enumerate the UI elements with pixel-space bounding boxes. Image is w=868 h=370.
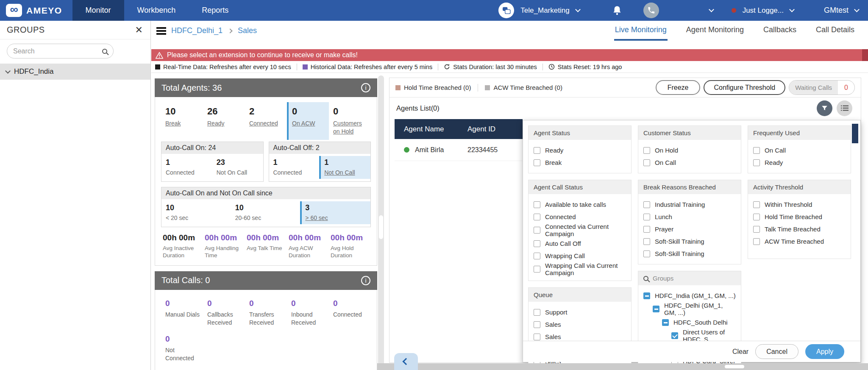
chevron-down-icon[interactable] — [789, 7, 795, 12]
filter-checkbox-item[interactable]: Break — [534, 156, 626, 169]
filter-checkbox-item[interactable]: Talk Time Breached — [753, 223, 846, 235]
filter-checkbox-item[interactable]: Ready — [753, 156, 846, 169]
filter-checkbox-item[interactable]: ACW Time Breached — [753, 235, 846, 248]
chevron-down-icon[interactable] — [575, 7, 581, 12]
search-input[interactable] — [13, 47, 102, 55]
filter-checkbox-item[interactable]: Industrial Training — [643, 198, 736, 211]
checkbox-icon[interactable] — [534, 334, 540, 340]
checkbox-icon[interactable] — [753, 159, 760, 166]
monitoring-tab[interactable]: Callbacks — [762, 21, 797, 41]
breadcrumb-campaign[interactable]: HDFC_Delhi_1 — [171, 26, 223, 35]
user-menu[interactable]: GMtest — [824, 6, 849, 15]
checkbox-icon[interactable] — [643, 147, 650, 154]
since-stat[interactable]: 10 < 20 sec — [161, 201, 231, 224]
waiting-calls-button[interactable]: Waiting Calls 0 — [789, 80, 855, 95]
checkbox-icon[interactable] — [662, 319, 669, 326]
filter-checkbox-item[interactable]: On Call — [753, 144, 846, 156]
group-tree-item[interactable]: HDFC_South Delhi — [662, 316, 736, 328]
phone-avatar-icon[interactable] — [643, 3, 659, 18]
checkbox-icon[interactable] — [534, 321, 540, 328]
vertical-scrollbar-thumb[interactable] — [379, 215, 383, 239]
auto-call-stat[interactable]: 23 Not On Call — [212, 156, 263, 179]
vertical-scrollbar-track[interactable] — [378, 75, 384, 370]
apply-button[interactable]: Apply — [805, 344, 844, 359]
group-tree-item[interactable]: HDFC_India (GM_1, GM, ...) — [643, 289, 736, 302]
checkbox-icon[interactable] — [643, 159, 650, 166]
filter-checkbox-item[interactable]: Ready — [534, 144, 626, 156]
checkbox-icon[interactable] — [753, 226, 760, 233]
chevron-down-icon[interactable] — [854, 7, 860, 12]
filter-checkbox-item[interactable]: Wrapping Call via Current Campaign — [534, 262, 626, 276]
checkbox-icon[interactable] — [643, 250, 650, 257]
list-view-icon[interactable] — [837, 100, 852, 116]
cancel-button[interactable]: Cancel — [755, 344, 798, 359]
checkbox-icon[interactable] — [643, 238, 650, 245]
checkbox-icon[interactable] — [534, 266, 540, 273]
checkbox-icon[interactable] — [643, 214, 650, 220]
sidebar-item-hdfc-india[interactable]: HDFC_India — [0, 64, 150, 80]
horizontal-scrollbar-thumb[interactable] — [725, 365, 744, 368]
checkbox-icon[interactable] — [534, 309, 540, 316]
monitoring-tab[interactable]: Call Details — [815, 21, 855, 41]
checkbox-icon[interactable] — [753, 147, 760, 154]
checkbox-icon[interactable] — [534, 214, 540, 220]
menu-icon[interactable] — [156, 27, 166, 35]
info-icon[interactable]: i — [361, 83, 370, 92]
since-stat[interactable]: 10 20-60 sec — [231, 201, 300, 224]
logged-status[interactable]: Just Logge... — [743, 6, 784, 15]
checkbox-icon[interactable] — [671, 332, 678, 339]
checkbox-icon[interactable] — [534, 227, 540, 234]
filter-checkbox-item[interactable]: Sales — [534, 318, 626, 331]
checkbox-icon[interactable] — [653, 306, 659, 312]
agent-stat[interactable]: 2 Connected — [245, 102, 287, 140]
checkbox-icon[interactable] — [753, 214, 760, 220]
info-icon[interactable]: i — [361, 276, 370, 285]
filter-checkbox-item[interactable]: Prayer — [643, 223, 736, 235]
filter-checkbox-item[interactable]: Hold Time Breached — [753, 211, 846, 223]
checkbox-icon[interactable] — [534, 147, 540, 154]
checkbox-icon[interactable] — [753, 238, 760, 245]
filter-checkbox-item[interactable]: Soft-Skill Training — [643, 248, 736, 260]
nav-tab[interactable]: Reports — [189, 0, 242, 21]
configure-threshold-button[interactable]: Configure Threshold — [704, 80, 785, 95]
collapse-panel-button[interactable] — [394, 353, 418, 370]
filter-scrollbar-thumb[interactable] — [852, 124, 858, 143]
profile-chevron-down-icon[interactable] — [709, 7, 714, 12]
campaign-selector[interactable]: Tele_Marketing — [520, 6, 569, 15]
filter-checkbox-item[interactable]: Support — [534, 306, 626, 318]
filter-checkbox-item[interactable]: Connected via Current Campaign — [534, 223, 626, 237]
table-row[interactable]: Amit Birla 22334455 — [395, 139, 523, 161]
filter-icon[interactable] — [817, 100, 832, 116]
filter-checkbox-item[interactable]: Lunch — [643, 211, 736, 223]
checkbox-icon[interactable] — [643, 201, 650, 208]
filter-checkbox-item[interactable]: Available to take calls — [534, 198, 626, 211]
filter-checkbox-item[interactable]: Wrapping Call — [534, 250, 626, 262]
search-box[interactable] — [7, 44, 114, 58]
monitoring-tab[interactable]: Live Monitoring — [614, 21, 668, 41]
campaign-chat-icon[interactable] — [498, 3, 514, 18]
auto-call-stat[interactable]: 1 Connected — [161, 156, 212, 179]
nav-tab[interactable]: Workbench — [124, 0, 189, 21]
groups-search-header[interactable]: Groups — [638, 271, 741, 285]
filter-checkbox-item[interactable]: Auto Call Off — [534, 237, 626, 250]
checkbox-icon[interactable] — [643, 292, 650, 299]
clear-button[interactable]: Clear — [732, 348, 748, 356]
checkbox-icon[interactable] — [534, 253, 540, 259]
auto-call-stat[interactable]: 1 Not On Call — [319, 156, 370, 179]
checkbox-icon[interactable] — [753, 201, 760, 208]
checkbox-icon[interactable] — [534, 240, 540, 247]
filter-checkbox-item[interactable]: On Hold — [643, 144, 736, 156]
auto-call-stat[interactable]: 1 Connected — [269, 156, 320, 179]
checkbox-icon[interactable] — [534, 201, 540, 208]
monitoring-tab[interactable]: Agent Monitoring — [685, 21, 745, 41]
freeze-button[interactable]: Freeze — [656, 80, 701, 95]
filter-checkbox-item[interactable]: Connected — [534, 211, 626, 223]
filter-checkbox-item[interactable]: Soft-Skill Training — [643, 235, 736, 248]
agent-stat[interactable]: 0 On ACW — [287, 102, 329, 140]
agent-stat[interactable]: 10 Break — [161, 102, 203, 140]
checkbox-icon[interactable] — [643, 226, 650, 233]
notifications-bell-icon[interactable] — [612, 5, 622, 16]
agent-stat[interactable]: 0 Customers on Hold — [329, 102, 371, 140]
checkbox-icon[interactable] — [534, 159, 540, 166]
agent-stat[interactable]: 26 Ready — [203, 102, 245, 140]
